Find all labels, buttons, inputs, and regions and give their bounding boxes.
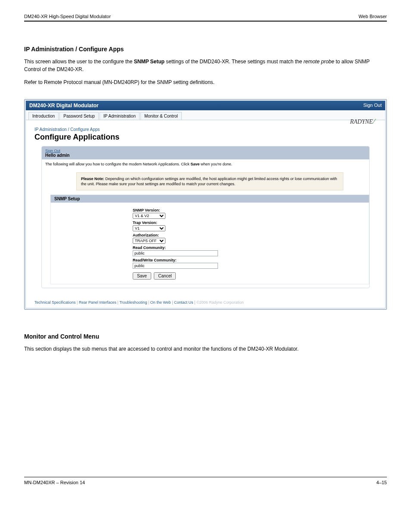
authorization-label: Authorization: [133,233,365,237]
footer-copyright: ©2006 Radyne Corporation [196,300,244,305]
footer-link-on-the-web[interactable]: On the Web [150,300,171,305]
snmp-version-select[interactable]: V1 & V2 [133,213,165,219]
config-apps-screenshot: DM240-XR Digital Modulator Sign Out Intr… [24,99,387,310]
doc-footer-right: 4–15 [377,480,387,485]
hello-user: Hello admin [45,153,366,158]
brand-logo: RADYNE⁄ [350,118,377,125]
warning-note: Please Note: Depending on which configur… [76,172,343,190]
save-button[interactable]: Save [133,272,151,280]
trap-version-select[interactable]: V1 [133,225,165,231]
trap-version-label: Trap Version: [133,221,365,225]
doc-header-left: DM240-XR High-Speed Digital Modulator [24,14,111,19]
tab-bar: Introduction Password Setup IP Administr… [26,110,385,120]
readwrite-community-label: Read/Write Community: [133,258,365,262]
footer-link-tech-specs[interactable]: Technical Specifications [34,300,76,305]
page-title: Configure Applications [34,133,377,142]
footer-link-troubleshooting[interactable]: Troubleshooting [119,300,147,305]
footer-links: Technical Specifications | Rear Panel In… [26,298,385,308]
footer-link-contact-us[interactable]: Contact Us [174,300,193,305]
user-banner: Sign Out Hello admin [42,146,369,159]
tab-ip-administration[interactable]: IP Administration [100,112,140,120]
intro-paragraph-1: This screen allows the user to the confi… [24,58,387,73]
panel-instruction: The following will allow you how to conf… [42,159,369,170]
snmp-version-label: SNMP Version: [133,208,365,212]
footer-link-rear-panel[interactable]: Rear Panel Interfaces [79,300,116,305]
panel-text-a: The following will allow you how to conf… [45,162,190,166]
signout-link-header[interactable]: Sign Out [363,103,382,109]
snmp-setup-body: SNMP Version: V1 & V2 Trap Version: V1 A… [50,202,369,284]
page-header-rule [24,21,387,22]
snmp-setup-header: SNMP Setup [50,195,369,202]
note-text: Depending on which configuration setting… [81,177,337,186]
note-label: Please Note: [81,177,104,181]
intro-remote-probe: remote probe [304,59,334,65]
intro-snmp: SNMP Setup [134,59,165,65]
section-ip-admin-heading: IP Administration / Configure Apps [24,46,387,53]
read-community-label: Read Community: [133,246,365,250]
blank-space [24,355,387,467]
tab-password-setup[interactable]: Password Setup [59,112,99,120]
doc-header-right: Web Browser [358,14,387,19]
window-title-bar: DM240-XR Digital Modulator Sign Out [26,101,385,110]
main-panel: Sign Out Hello admin The following will … [41,146,370,288]
brand-accent-icon: ⁄ [374,118,375,125]
monitor-text: This section displays the sub menus that… [24,345,387,353]
read-community-input[interactable] [133,250,218,256]
window-title: DM240-XR Digital Modulator [29,103,99,109]
section-monitor-heading: Monitor and Control Menu [24,333,387,340]
breadcrumb: IP Administration / Configure Apps [34,127,377,132]
tab-introduction[interactable]: Introduction [28,112,59,120]
panel-text-save-word: Save [190,162,199,166]
brand-text: RADYNE [350,118,373,125]
tab-monitor-control[interactable]: Monitor & Control [140,112,182,120]
authorization-select[interactable]: TRAPS OFF [133,238,165,244]
cancel-button[interactable]: Cancel [154,272,176,280]
page-footer-rule [24,477,387,477]
intro-1b: settings of the DMD240-XR. These setting… [165,59,304,65]
intro-1a: This screen allows the user to the confi… [24,59,134,65]
doc-footer-left: MN-DM240XR – Revision 14 [24,480,85,485]
intro-refer: Refer to Remote Protocol manual (MN-DM24… [24,78,387,86]
panel-text-b: when you're done. [199,162,232,166]
signout-link-panel[interactable]: Sign Out [45,149,60,153]
readwrite-community-input[interactable] [133,263,218,269]
